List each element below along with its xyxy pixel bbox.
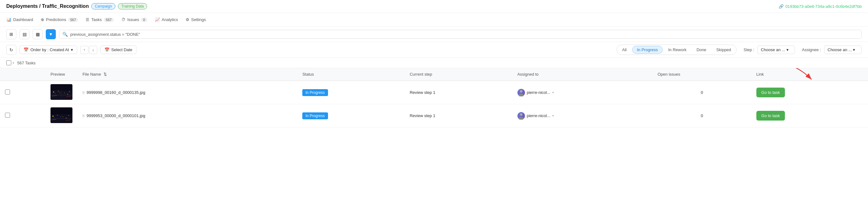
status-skipped-btn[interactable]: Skipped <box>712 46 735 53</box>
tasks-table-container: Preview File Name ⇅ Status Current step … <box>0 68 868 128</box>
sort-desc-btn[interactable]: ↓ <box>89 46 97 54</box>
col-open-issues: Open issues <box>653 68 751 81</box>
gallery-icon: ▦ <box>36 32 40 37</box>
row2-filename: 9999953_00000_d_0000101.jpg <box>87 113 145 118</box>
row2-avatar <box>518 112 525 119</box>
svg-point-14 <box>519 93 524 97</box>
status-all-btn[interactable]: All <box>618 46 631 53</box>
row2-step-cell: Review step 1 <box>405 104 512 128</box>
tab-issues-label: Issues <box>127 17 139 22</box>
tab-dashboard[interactable]: 📊 Dashboard <box>6 16 33 23</box>
search-toolbar: ⊞ ▤ ▦ ▼ 🔍 <box>0 27 868 42</box>
row1-assignee-chevron[interactable]: ▾ <box>552 91 554 94</box>
select-all-checkbox[interactable] <box>6 60 11 65</box>
order-by-label: Order by : Created At <box>30 47 69 52</box>
header-left: Deployments / Traffic_Recognition Campai… <box>6 3 147 9</box>
row1-avatar <box>518 89 525 97</box>
row2-checkbox-cell <box>0 104 45 128</box>
select-all-area: ▾ <box>6 60 14 65</box>
step-dropdown[interactable]: Choose an ... ▾ <box>757 46 795 54</box>
chevron-icon[interactable]: ▾ <box>12 61 14 65</box>
svg-point-25 <box>61 116 61 117</box>
row2-issues-cell: 0 <box>653 104 751 128</box>
filter-row: ↻ 📅 Order by : Created At ▾ ↑ ↓ 📅 Select… <box>0 42 868 58</box>
svg-point-5 <box>58 91 59 92</box>
status-done-btn[interactable]: Done <box>692 46 711 53</box>
grid-view-btn[interactable]: ⊞ <box>6 29 16 39</box>
filter-icon: ▼ <box>49 32 53 37</box>
col-preview: Preview <box>45 68 78 81</box>
step-dropdown-label: Choose an ... <box>761 47 785 52</box>
search-input[interactable] <box>70 32 858 37</box>
row2-status-cell: In Progress <box>297 104 405 128</box>
row1-checkbox-cell <box>0 81 45 104</box>
svg-point-6 <box>64 92 65 93</box>
select-date-label: Select Date <box>111 47 132 52</box>
search-box[interactable]: 🔍 <box>59 30 862 38</box>
svg-point-29 <box>519 117 524 119</box>
breadcrumb: Deployments / Traffic_Recognition <box>6 3 89 9</box>
row2-checkbox[interactable] <box>5 113 10 118</box>
nav-tabs: 📊 Dashboard ⊕ Predictions 567 ☰ Tasks 56… <box>0 13 868 27</box>
tab-settings-label: Settings <box>191 17 206 22</box>
tab-tasks[interactable]: ☰ Tasks 567 <box>86 16 114 23</box>
settings-icon: ⚙ <box>186 17 189 22</box>
tab-analytics[interactable]: 📈 Analytics <box>155 16 178 23</box>
tab-issues[interactable]: ⏱ Issues 0 <box>121 16 147 23</box>
row2-link-cell: Go to task <box>751 104 868 128</box>
tab-settings[interactable]: ⚙ Settings <box>186 16 206 23</box>
tasks-table: Preview File Name ⇅ Status Current step … <box>0 68 868 128</box>
order-by-btn[interactable]: 📅 Order by : Created At ▾ <box>20 46 77 54</box>
row2-filename-cell: ⎘ 9999953_00000_d_0000101.jpg <box>78 104 297 128</box>
copy-icon[interactable]: ⎘ <box>83 90 85 95</box>
calendar2-icon: 📅 <box>104 47 110 52</box>
col-link: Link <box>751 68 868 81</box>
refresh-btn[interactable]: ↻ <box>6 45 16 55</box>
svg-point-13 <box>520 90 522 92</box>
chevron-down-icon: ▾ <box>71 47 73 52</box>
sort-asc-btn[interactable]: ↑ <box>80 46 88 54</box>
row1-go-to-task-btn[interactable]: Go to task <box>756 88 785 97</box>
tab-predictions[interactable]: ⊕ Predictions 567 <box>41 16 79 23</box>
svg-point-10 <box>60 92 60 93</box>
table-view-btn[interactable]: ▤ <box>20 29 29 39</box>
id-text[interactable]: 0193bb73-a0e8-734a-a9c1-0c6b4e2df7bb <box>785 4 862 9</box>
row1-link-cell: Go to task <box>751 81 868 104</box>
status-inprogress-btn[interactable]: In Progress <box>632 46 662 54</box>
row1-assignee: pierre-nicol... ▾ <box>518 89 648 97</box>
assignee-dropdown-label: Choose an ... <box>828 47 852 52</box>
copy-icon[interactable]: ⎘ <box>83 114 85 118</box>
row1-status-cell: In Progress <box>297 81 405 104</box>
tab-dashboard-label: Dashboard <box>13 17 33 22</box>
row2-assignee-chevron[interactable]: ▾ <box>552 114 554 117</box>
deployment-id: 🔗 0193bb73-a0e8-734a-a9c1-0c6b4e2df7bb <box>779 4 862 9</box>
svg-point-28 <box>520 113 522 116</box>
row2-go-to-task-btn[interactable]: Go to task <box>756 111 785 120</box>
row1-checkbox[interactable] <box>5 89 10 94</box>
row1-assigned-cell: pierre-nicol... ▾ <box>513 81 653 104</box>
col-assigned-to: Assigned to <box>513 68 653 81</box>
tasks-icon: ☰ <box>86 17 89 22</box>
col-filename: File Name ⇅ <box>78 68 297 81</box>
row2-preview-cell <box>45 104 78 128</box>
row2-assigned-cell: pierre-nicol... ▾ <box>513 104 653 128</box>
svg-point-7 <box>69 91 70 92</box>
tasks-badge: 567 <box>104 18 114 22</box>
chevron-down-icon: ▾ <box>853 47 855 52</box>
page-header: Deployments / Traffic_Recognition Campai… <box>0 0 868 13</box>
filter-btn[interactable]: ▼ <box>46 29 56 39</box>
assignee-dropdown[interactable]: Choose an ... ▾ <box>824 46 862 54</box>
row1-preview-cell <box>45 81 78 104</box>
assignee-label: Assignee : <box>802 47 821 52</box>
gallery-view-btn[interactable]: ▦ <box>33 29 43 39</box>
select-date-btn[interactable]: 📅 Select Date <box>100 46 136 54</box>
tab-predictions-label: Predictions <box>46 17 66 22</box>
badge-campaign[interactable]: Campaign <box>91 3 115 9</box>
svg-point-4 <box>53 91 54 92</box>
sort-icon[interactable]: ⇅ <box>103 72 107 77</box>
sort-arrows: ↑ ↓ <box>80 46 97 54</box>
table-icon: ▤ <box>23 32 27 37</box>
badge-training[interactable]: Training Data <box>118 3 147 9</box>
search-icon: 🔍 <box>62 32 68 37</box>
status-inrework-btn[interactable]: In Rework <box>664 46 691 53</box>
